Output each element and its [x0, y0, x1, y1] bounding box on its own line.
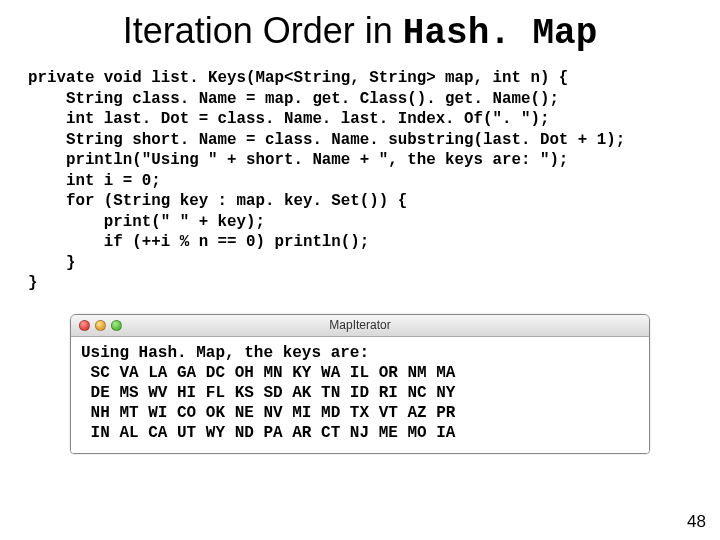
slide-title: Iteration Order in Hash. Map	[28, 10, 692, 54]
terminal-titlebar: MapIterator	[71, 315, 649, 337]
terminal-title: MapIterator	[71, 318, 649, 332]
title-text: Iteration Order in	[123, 10, 403, 51]
close-icon[interactable]	[79, 320, 90, 331]
terminal-window: MapIterator Using Hash. Map, the keys ar…	[70, 314, 650, 454]
page-number: 48	[687, 512, 706, 532]
title-mono: Hash. Map	[403, 13, 597, 54]
terminal-output: Using Hash. Map, the keys are: SC VA LA …	[71, 337, 649, 453]
slide: Iteration Order in Hash. Map private voi…	[0, 0, 720, 540]
traffic-lights	[71, 320, 122, 331]
minimize-icon[interactable]	[95, 320, 106, 331]
zoom-icon[interactable]	[111, 320, 122, 331]
code-block: private void list. Keys(Map<String, Stri…	[28, 68, 692, 294]
